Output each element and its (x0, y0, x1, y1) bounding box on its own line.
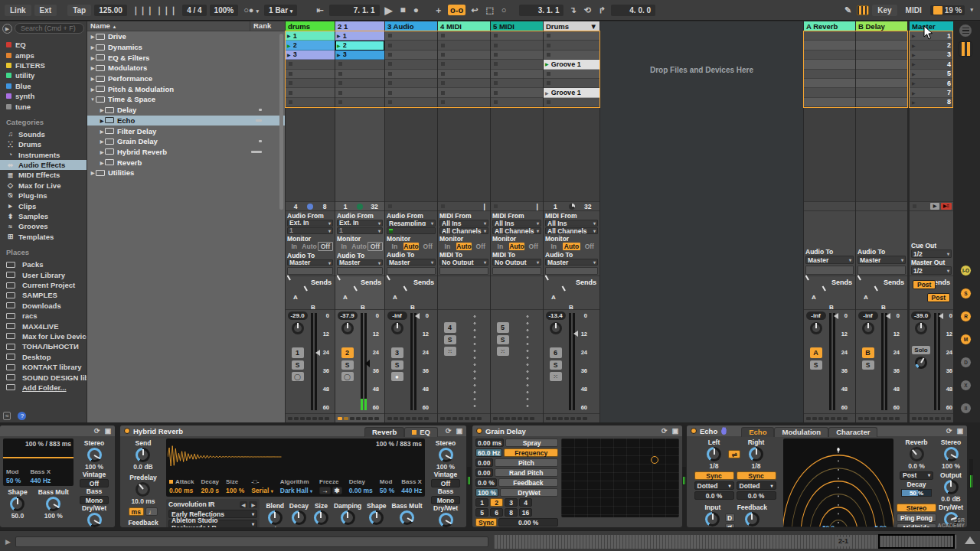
ir-display[interactable]: 100 % / 883 ms Attack0.00 ms Decay20.0 s… (166, 439, 425, 497)
return-slot[interactable] (856, 41, 907, 50)
device-title-bar[interactable]: Hybrid Reverb Reverb EQ ⟳ ▣ (120, 425, 466, 436)
return-slot[interactable] (804, 70, 855, 79)
knob[interactable] (369, 510, 384, 525)
monitor-auto[interactable]: Auto (351, 243, 366, 250)
hr-damping-knob[interactable]: Damping50 % (334, 502, 361, 527)
track-header[interactable]: Drums▼ (544, 21, 599, 31)
monitor-off[interactable]: Off (472, 243, 488, 250)
decay-param[interactable]: Decay20.0 s (201, 478, 219, 494)
echo-filter-bar[interactable]: ▶ FilterHP50.0 Hz Res0.00 LP5.00 kHz Res… (783, 527, 893, 527)
clip-overview-selection[interactable] (878, 534, 955, 549)
beat-button[interactable]: 16 (519, 508, 532, 517)
solo-button[interactable]: Solo (912, 346, 929, 354)
hr-size-knob[interactable]: Size50 % (314, 502, 328, 527)
re-enable-automation-button[interactable]: ↩ (469, 5, 480, 16)
beat-button[interactable]: 6 (490, 508, 503, 517)
device-on-button[interactable] (691, 428, 697, 434)
cpu-meter[interactable]: 19 % (930, 5, 965, 15)
arm-button[interactable]: ⁙ (497, 347, 509, 356)
tap-tempo-button[interactable]: Tap (67, 5, 91, 16)
clip-stop-button[interactable] (385, 88, 437, 97)
stereo-link-button[interactable]: ⇌ (728, 450, 740, 458)
feedback-knob[interactable]: Feedback50 % (737, 504, 767, 527)
device-title-bar[interactable]: Echo EchoModulationCharacter ⟳ ▣ (687, 425, 967, 436)
record-quantize-icon[interactable]: ▶≡ (941, 203, 952, 210)
hr-delay-param[interactable]: Delay0.00 ms (349, 478, 373, 494)
place-item[interactable]: KONTAKT library (0, 362, 87, 372)
list-item[interactable]: ▶Dynamics (87, 42, 285, 53)
expanded-icon[interactable]: ▼ (90, 97, 96, 102)
save-preset-icon[interactable]: ▣ (956, 427, 963, 435)
collapse-icon[interactable]: ▶ (99, 149, 105, 155)
bass-mono-select[interactable]: BassMono (80, 487, 109, 504)
solo-button[interactable]: S (550, 360, 562, 370)
show-clip-view-arrow[interactable] (965, 536, 975, 544)
vintage-select[interactable]: VintageOff (80, 471, 109, 487)
input-type-select[interactable]: Resampling▾ (387, 220, 436, 227)
list-item[interactable]: ▶Filter Delay (87, 126, 285, 136)
clip[interactable]: ▶3 (286, 51, 335, 60)
stereo-width-knob[interactable]: Stereo100 % (938, 439, 964, 470)
solo-button[interactable]: S (497, 335, 509, 344)
param-value[interactable]: 0.00 (475, 458, 493, 467)
xy-marker[interactable] (651, 456, 658, 464)
return-slot[interactable] (856, 31, 907, 41)
return-slot[interactable] (804, 31, 855, 41)
beat-button[interactable]: 4 (519, 498, 532, 507)
clip-stop-button[interactable] (438, 98, 490, 107)
clip-overview-strip[interactable]: 2-1 (494, 535, 957, 549)
monitor-auto[interactable]: Auto (563, 243, 580, 250)
arm-button[interactable]: ⁙ (550, 372, 562, 381)
volume-display[interactable]: -39.0 (911, 311, 931, 320)
clip-stop-button[interactable] (438, 88, 490, 97)
loop-start-field[interactable]: 3. 1. 1 (519, 5, 564, 16)
clip-stop-button[interactable] (286, 98, 335, 107)
output-select[interactable]: Master▾ (337, 259, 383, 266)
rank-column-header[interactable]: Rank (250, 21, 285, 31)
scene-slot[interactable]: ▶5 (910, 70, 953, 79)
clip-stop-button[interactable] (491, 60, 543, 69)
output-select[interactable]: No Output▾ (492, 259, 541, 266)
collapse-icon[interactable]: ▶ (90, 55, 96, 60)
beat-button[interactable]: 1 (475, 498, 488, 507)
track-number-button[interactable]: 2 (341, 347, 354, 358)
clip-stop-button[interactable] (544, 70, 599, 79)
input-knob[interactable]: Input0.0 dB (703, 504, 723, 527)
scene-slot[interactable]: ▶7 (910, 88, 953, 97)
clip-play-icon[interactable]: ▶ (545, 90, 549, 96)
hot-swap-icon[interactable]: ⟳ (94, 427, 100, 435)
clip-stop-button[interactable] (438, 31, 490, 41)
return-slot[interactable] (804, 41, 855, 50)
place-item[interactable]: Current Project (0, 280, 87, 290)
monitor-in[interactable]: In (492, 243, 508, 250)
ext-button[interactable]: Ext (34, 5, 57, 16)
ir-next-button[interactable]: ▶ (249, 501, 257, 508)
metronome-button[interactable]: ○● ▾ (241, 5, 261, 15)
collapse-icon[interactable]: ▶ (99, 129, 105, 134)
track-header[interactable]: 4 MIDI (438, 21, 490, 31)
clip-stop-button[interactable] (385, 51, 437, 60)
collapse-icon[interactable]: ▶ (99, 139, 105, 144)
ir-file-select[interactable]: Ableton Studio Backwards LR▾ (168, 520, 257, 527)
stereo-knob[interactable]: Stereo100 % (84, 439, 104, 471)
save-preset-icon[interactable]: ▣ (671, 427, 678, 435)
clip-stop-button[interactable] (286, 88, 335, 97)
track-number-button[interactable]: 4 (444, 322, 456, 333)
output-select[interactable]: Master▾ (805, 256, 854, 264)
browser-collapse-button[interactable]: ▶ (2, 24, 12, 34)
clip-play-icon[interactable]: ▶ (545, 61, 549, 67)
rail-toggle-x[interactable]: X (960, 380, 972, 391)
output-select[interactable]: No Output▾ (439, 259, 488, 266)
volume-fader[interactable] (358, 311, 368, 412)
key-map-button[interactable]: Key (872, 5, 897, 16)
volume-display[interactable]: -inf (858, 311, 878, 320)
punch-in-button[interactable]: ↴ (567, 5, 578, 16)
note-sync-toggle[interactable]: ♩ (145, 507, 158, 516)
volume-fader[interactable] (567, 311, 577, 412)
device-title-bar[interactable]: Grain Delay ⟳ ▣ (472, 425, 682, 436)
scene-play-icon[interactable]: ▶ (912, 80, 916, 86)
play-button[interactable]: ▶ (383, 4, 395, 17)
collapse-icon[interactable]: ▶ (90, 76, 96, 81)
name-column-header[interactable]: Name ▲ (87, 21, 250, 31)
group-fold-icon[interactable]: ▼ (590, 22, 597, 31)
